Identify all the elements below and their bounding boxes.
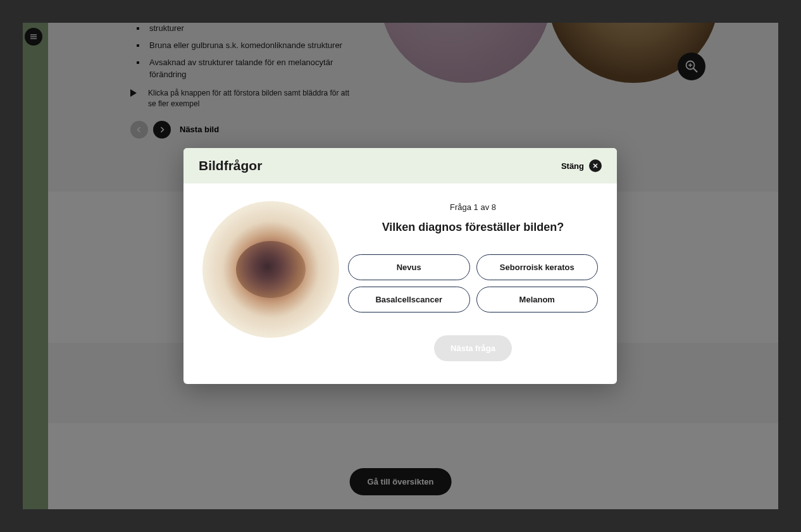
next-question-button: Nästa fråga [434, 335, 512, 361]
option-button[interactable]: Melanom [476, 287, 599, 312]
close-icon [589, 159, 602, 172]
quiz-modal: Bildfrågor Stäng Fråga 1 av 8 Vilken dia… [183, 148, 617, 384]
option-button[interactable]: Nevus [348, 254, 470, 280]
modal-title: Bildfrågor [199, 158, 262, 173]
close-button[interactable]: Stäng [561, 159, 602, 172]
close-label: Stäng [561, 161, 584, 171]
options-grid: Nevus Seborroisk keratos Basalcellscance… [348, 254, 598, 312]
option-button[interactable]: Seborroisk keratos [476, 254, 599, 280]
question-counter: Fråga 1 av 8 [348, 202, 598, 212]
modal-header: Bildfrågor Stäng [183, 148, 617, 183]
option-button[interactable]: Basalcellscancer [348, 287, 470, 312]
question-column: Fråga 1 av 8 Vilken diagnos föreställer … [348, 201, 598, 361]
question-text: Vilken diagnos föreställer bilden? [348, 221, 598, 234]
question-image [202, 201, 339, 338]
modal-body: Fråga 1 av 8 Vilken diagnos föreställer … [183, 183, 617, 384]
